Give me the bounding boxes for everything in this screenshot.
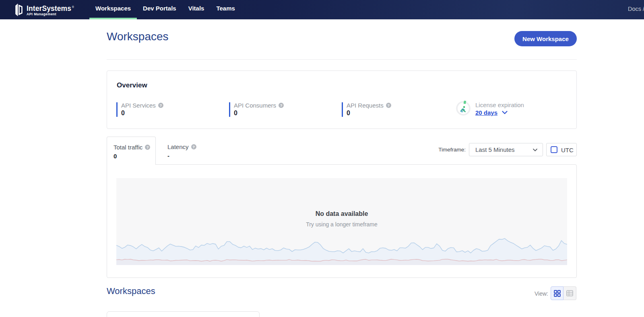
- utc-control: UTC: [546, 143, 577, 156]
- help-icon[interactable]: ?: [145, 145, 150, 150]
- license-days-link[interactable]: 20 days: [475, 109, 497, 116]
- license-label: License expiration: [475, 102, 524, 108]
- nav-item-teams[interactable]: Teams: [210, 0, 241, 19]
- tab-latency[interactable]: Latency ? -: [161, 137, 205, 165]
- timeframe-label: Timeframe:: [438, 147, 466, 153]
- nav-item-workspaces[interactable]: Workspaces: [89, 0, 137, 19]
- help-icon[interactable]: ?: [386, 103, 391, 108]
- main-nav: Workspaces Dev Portals Vitals Teams: [89, 0, 241, 19]
- utc-label: UTC: [561, 147, 574, 153]
- brand-subtitle: API Management: [27, 12, 74, 16]
- stat-value: 0: [347, 110, 350, 117]
- grid-view-button[interactable]: [551, 286, 564, 300]
- license-donut-icon: [455, 100, 471, 116]
- brand-logo[interactable]: InterSystems® API Management: [14, 3, 74, 17]
- registered-mark: ®: [72, 6, 74, 8]
- workspace-card[interactable]: [107, 311, 260, 317]
- nav-docs-link[interactable]: Docs /: [628, 6, 644, 12]
- tab-total-traffic[interactable]: Total traffic ? 0: [107, 137, 156, 165]
- nav-item-dev-portals[interactable]: Dev Portals: [137, 0, 182, 19]
- timeframe-select[interactable]: Last 5 Minutes: [469, 143, 543, 156]
- select-chevron-down-icon: [533, 149, 537, 151]
- tab-value: -: [167, 152, 169, 159]
- view-label: View:: [535, 290, 548, 297]
- stat-label: API Requests: [347, 102, 384, 109]
- tab-value: 0: [114, 153, 117, 160]
- help-icon[interactable]: ?: [191, 144, 196, 149]
- new-workspace-button[interactable]: New Workspace: [514, 31, 577, 46]
- view-toggle: [551, 286, 576, 300]
- no-data-title: No data available: [116, 210, 567, 218]
- stat-value: 0: [121, 110, 125, 117]
- stat-accent-bar: [342, 102, 343, 117]
- brand-name: InterSystems®: [27, 4, 74, 12]
- tab-label: Latency: [167, 143, 189, 150]
- stat-accent-bar: [229, 102, 230, 117]
- traffic-chart-card: No data available Try using a longer tim…: [107, 164, 577, 278]
- timeframe-selected-value: Last 5 Minutes: [475, 146, 515, 153]
- license-chevron-down-icon[interactable]: [502, 111, 508, 114]
- stat-accent-bar: [116, 102, 118, 117]
- table-view-icon: [566, 290, 573, 296]
- stat-label: API Consumers: [234, 102, 276, 109]
- app-root: InterSystems® API Management Workspaces …: [0, 0, 644, 317]
- help-icon[interactable]: ?: [158, 103, 163, 108]
- intersystems-logo-icon: [14, 3, 24, 17]
- help-icon[interactable]: ?: [279, 103, 284, 108]
- utc-checkbox[interactable]: [551, 146, 557, 153]
- grid-view-icon: [554, 290, 561, 297]
- heading-divider: [107, 59, 577, 60]
- page-title: Workspaces: [107, 30, 169, 43]
- table-view-button[interactable]: [564, 286, 576, 300]
- overview-card: Overview API Services ? 0 API Consumers …: [107, 70, 577, 129]
- nav-item-vitals[interactable]: Vitals: [182, 0, 211, 19]
- stat-value: 0: [234, 110, 237, 117]
- chart-area: No data available Try using a longer tim…: [116, 178, 567, 265]
- overview-title: Overview: [117, 81, 147, 89]
- tab-label: Total traffic: [114, 144, 142, 151]
- no-data-subtitle: Try using a longer timeframe: [116, 221, 567, 228]
- workspaces-section-title: Workspaces: [107, 286, 155, 296]
- top-navbar: InterSystems® API Management Workspaces …: [0, 0, 644, 19]
- stat-label: API Services: [121, 102, 156, 109]
